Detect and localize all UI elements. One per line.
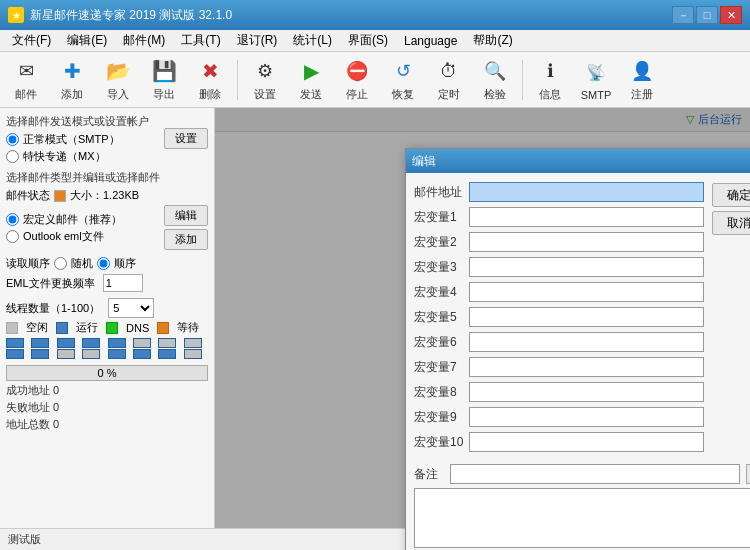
field-label-macro2: 宏变量2 (414, 234, 469, 251)
maximize-button[interactable]: □ (696, 6, 718, 24)
waiting-label: 等待 (177, 320, 199, 335)
close-button[interactable]: ✕ (720, 6, 742, 24)
menu-edit[interactable]: 编辑(E) (59, 30, 115, 51)
add-mail-button[interactable]: 添加 (164, 229, 208, 250)
status-version: 测试版 (8, 532, 41, 547)
dialog-fields: 邮件地址 宏变量1 宏变量2 宏变量3 (414, 181, 704, 456)
field-label-macro8: 宏变量8 (414, 384, 469, 401)
set-account-button[interactable]: 设置 (164, 128, 208, 149)
remark-add-button[interactable]: + (746, 464, 750, 484)
thread-cell (57, 349, 75, 359)
field-input-macro4[interactable] (469, 282, 704, 302)
thread-cell (108, 338, 126, 348)
toolbar-mail-btn[interactable]: ✉ 邮件 (4, 55, 48, 105)
toolbar-delete-btn[interactable]: ✖ 删除 (188, 55, 232, 105)
eml-freq-label: EML文件更换频率 (6, 276, 95, 291)
dialog-titlebar: 编辑 ✕ (406, 149, 750, 173)
app-icon: ★ (8, 7, 24, 23)
toolbar-import-btn[interactable]: 📂 导入 (96, 55, 140, 105)
thread-cell (184, 349, 202, 359)
export-icon: 💾 (150, 57, 178, 85)
import-icon: 📂 (104, 57, 132, 85)
field-input-macro9[interactable] (469, 407, 704, 427)
dialog-cancel-button[interactable]: 取消 (712, 211, 750, 235)
field-input-macro10[interactable] (469, 432, 704, 452)
toolbar-smtp-btn[interactable]: 📡 SMTP (574, 55, 618, 105)
toolbar-add-btn[interactable]: ✚ 添加 (50, 55, 94, 105)
menu-mail[interactable]: 邮件(M) (115, 30, 173, 51)
toolbar: ✉ 邮件 ✚ 添加 📂 导入 💾 导出 ✖ 删除 ⚙ 设置 ▶ 发送 ⛔ 停止 … (0, 52, 750, 108)
menu-help[interactable]: 帮助(Z) (465, 30, 520, 51)
add-icon: ✚ (58, 57, 86, 85)
fast-mode-label: 特快专递（MX） (23, 149, 106, 164)
menu-unsubscribe[interactable]: 退订(R) (229, 30, 286, 51)
field-input-macro3[interactable] (469, 257, 704, 277)
toolbar-settings-btn[interactable]: ⚙ 设置 (243, 55, 287, 105)
field-input-email[interactable] (469, 182, 704, 202)
seq-radio[interactable] (97, 257, 110, 270)
mail-icon: ✉ (12, 57, 40, 85)
toolbar-sep-2 (522, 60, 523, 100)
field-row-macro5: 宏变量5 (414, 306, 704, 328)
menu-bar: 文件(F) 编辑(E) 邮件(M) 工具(T) 退订(R) 统计(L) 界面(S… (0, 30, 750, 52)
menu-tools[interactable]: 工具(T) (173, 30, 228, 51)
right-panel: ▽ 后台运行 地址状态 未发 成功 失败 编辑 (215, 108, 750, 528)
thread-cell (82, 349, 100, 359)
field-input-macro5[interactable] (469, 307, 704, 327)
custom-mail-label: 宏定义邮件（推荐） (23, 212, 122, 227)
modal-overlay: 编辑 ✕ 邮件地址 宏变量1 (215, 108, 750, 528)
custom-mail-radio[interactable] (6, 213, 19, 226)
dns-indicator (106, 322, 118, 334)
thread-section: 线程数量（1-100） 5 10 20 50 100 空闲 运行 DNS 等待 (6, 298, 208, 359)
thread-cell (31, 338, 49, 348)
seq-label: 顺序 (114, 256, 136, 271)
menu-file[interactable]: 文件(F) (4, 30, 59, 51)
field-input-macro7[interactable] (469, 357, 704, 377)
remark-textarea[interactable] (414, 488, 750, 548)
fast-mode-radio[interactable] (6, 150, 19, 163)
mail-status-label: 邮件状态 (6, 188, 50, 203)
field-label-macro6: 宏变量6 (414, 334, 469, 351)
recover-icon: ↺ (389, 57, 417, 85)
field-input-macro8[interactable] (469, 382, 704, 402)
field-label-macro9: 宏变量9 (414, 409, 469, 426)
remark-input[interactable] (450, 464, 740, 484)
toolbar-register-btn[interactable]: 👤 注册 (620, 55, 664, 105)
edit-mail-button[interactable]: 编辑 (164, 205, 208, 226)
menu-interface[interactable]: 界面(S) (340, 30, 396, 51)
toolbar-recover-btn[interactable]: ↺ 恢复 (381, 55, 425, 105)
outlook-label: Outlook eml文件 (23, 229, 104, 244)
field-row-macro3: 宏变量3 (414, 256, 704, 278)
toolbar-timer-btn[interactable]: ⏱ 定时 (427, 55, 471, 105)
left-panel: 选择邮件发送模式或设置帐户 正常模式（SMTP） 特快专递（MX） 设置 (0, 108, 215, 528)
minimize-button[interactable]: － (672, 6, 694, 24)
field-input-macro2[interactable] (469, 232, 704, 252)
dialog-confirm-button[interactable]: 确定 (712, 183, 750, 207)
outlook-mail-radio[interactable] (6, 230, 19, 243)
mail-type-title: 选择邮件类型并编辑或选择邮件 (6, 170, 208, 185)
field-row-macro1: 宏变量1 (414, 206, 704, 228)
total-stat: 地址总数 0 (6, 417, 208, 432)
field-input-macro1[interactable] (469, 207, 704, 227)
toolbar-send-btn[interactable]: ▶ 发送 (289, 55, 333, 105)
menu-language[interactable]: Language (396, 32, 465, 50)
menu-stats[interactable]: 统计(L) (285, 30, 340, 51)
field-label-email: 邮件地址 (414, 184, 469, 201)
toolbar-verify-btn[interactable]: 🔍 检验 (473, 55, 517, 105)
toolbar-stop-btn[interactable]: ⛔ 停止 (335, 55, 379, 105)
field-input-macro6[interactable] (469, 332, 704, 352)
toolbar-export-btn[interactable]: 💾 导出 (142, 55, 186, 105)
send-mode-section: 选择邮件发送模式或设置帐户 正常模式（SMTP） 特快专递（MX） 设置 (6, 114, 208, 164)
field-label-macro4: 宏变量4 (414, 284, 469, 301)
field-row-macro9: 宏变量9 (414, 406, 704, 428)
thread-cell (133, 349, 151, 359)
thread-count-select[interactable]: 5 10 20 50 100 (108, 298, 154, 318)
send-mode-title: 选择邮件发送模式或设置帐户 (6, 114, 149, 129)
random-radio[interactable] (54, 257, 67, 270)
field-row-macro2: 宏变量2 (414, 231, 704, 253)
toolbar-info-btn[interactable]: ℹ 信息 (528, 55, 572, 105)
thread-cell (57, 338, 75, 348)
dialog-body: 邮件地址 宏变量1 宏变量2 宏变量3 (406, 173, 750, 464)
normal-mode-radio[interactable] (6, 133, 19, 146)
eml-freq-input[interactable] (103, 274, 143, 292)
